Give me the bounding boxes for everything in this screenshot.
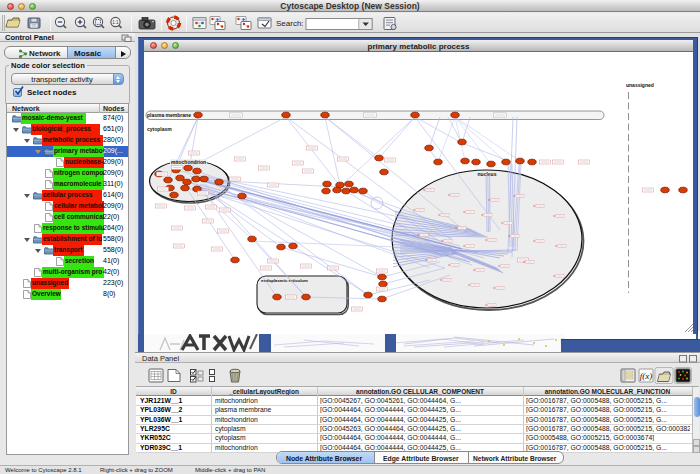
svg-text:endoplasmic reticulum: endoplasmic reticulum bbox=[261, 278, 308, 283]
svg-text:unassigned: unassigned bbox=[626, 82, 654, 88]
svg-text:mitochondrion: mitochondrion bbox=[171, 159, 206, 165]
svg-text:plasma membrane: plasma membrane bbox=[147, 112, 191, 118]
svg-text:cytoplasm: cytoplasm bbox=[147, 126, 172, 132]
svg-text:1:1: 1:1 bbox=[112, 20, 119, 25]
svg-text:f(x): f(x) bbox=[640, 371, 653, 381]
svg-text:nucleus: nucleus bbox=[478, 171, 497, 177]
svg-text:Search:: Search: bbox=[276, 19, 304, 28]
